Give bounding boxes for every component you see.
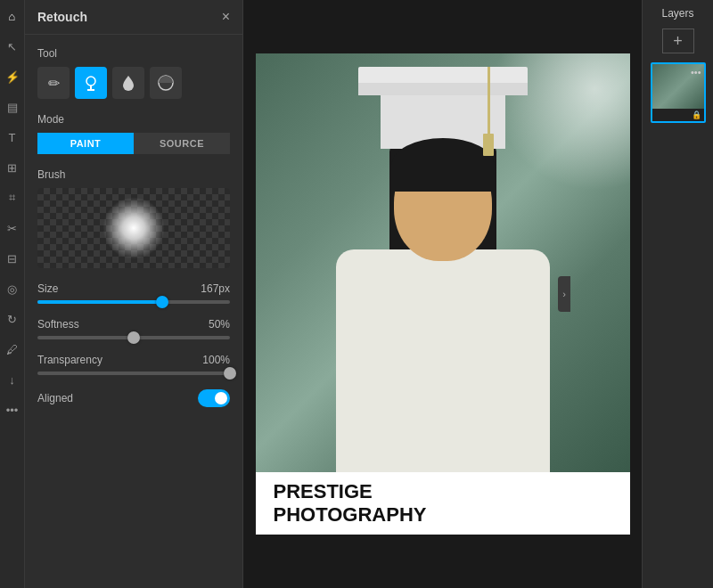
grad-tassel-end (483, 134, 494, 156)
lightning-icon[interactable]: ⚡ (4, 68, 21, 86)
more-icon[interactable]: ••• (4, 401, 21, 419)
source-mode-button[interactable]: SOURCE (134, 133, 230, 154)
panel-body: Tool ✏ (25, 35, 242, 588)
softness-slider-thumb[interactable] (127, 331, 140, 344)
transparency-slider-thumb[interactable] (224, 367, 236, 380)
grad-hair-top (391, 138, 494, 192)
rotate-icon[interactable]: ↻ (4, 310, 21, 328)
layer-thumb-bar: 🔒 (652, 109, 704, 121)
panel-title: Retouch (37, 10, 87, 24)
transparency-label: Transparency (37, 354, 102, 366)
softness-value: 50% (209, 318, 230, 331)
svg-point-0 (86, 77, 95, 86)
layers-panel-title: Layers (661, 7, 693, 20)
size-slider-fill (37, 300, 162, 304)
size-slider-thumb[interactable] (156, 296, 168, 308)
canvas-container[interactable]: PRESTIGE PHOTOGRAPHY (256, 53, 630, 535)
size-slider-header: Size 167px (37, 282, 230, 295)
paint-mode-button[interactable]: PAINT (37, 133, 134, 154)
size-value: 167px (201, 282, 230, 295)
layer-more-button[interactable]: ••• (691, 67, 701, 78)
crop-icon[interactable]: ⌗ (4, 189, 21, 207)
left-toolbar: ⌂ ↖ ⚡ ▤ T ⊞ ⌗ ✂ ⊟ ◎ ↻ 🖊 ↓ ••• (0, 0, 25, 588)
toggle-knob (215, 392, 227, 404)
adjust-icon[interactable]: ⊟ (4, 249, 21, 267)
panel-header: Retouch × (25, 0, 242, 35)
aligned-label: Aligned (37, 392, 73, 404)
graduate-figure (291, 58, 594, 472)
watermark-line1: PRESTIGE (274, 480, 373, 502)
main-canvas-area: PRESTIGE PHOTOGRAPHY › (243, 0, 642, 588)
size-slider-track[interactable] (37, 300, 230, 304)
grad-gown (336, 249, 550, 472)
grid-icon[interactable]: ⊞ (4, 159, 21, 176)
softness-slider-track[interactable] (37, 336, 230, 339)
tool-icons: ✏ (37, 67, 230, 99)
layers-panel: Layers + ••• 🔒 (642, 0, 713, 588)
transparency-slider-row: Transparency 100% (37, 354, 230, 375)
mode-label: Mode (37, 113, 230, 126)
tool-section: Tool ✏ (37, 47, 230, 99)
transparency-slider-header: Transparency 100% (37, 354, 230, 366)
transparency-value: 100% (202, 354, 230, 366)
layer-thumbnail[interactable]: ••• 🔒 (651, 62, 706, 123)
watermark-line2: PHOTOGRAPHY (274, 503, 427, 526)
arrow-icon[interactable]: ↖ (4, 37, 21, 55)
arrow-down-icon[interactable]: ↓ (4, 371, 21, 388)
circle-icon[interactable]: ◎ (4, 280, 21, 298)
layer-lock-icon: 🔒 (692, 110, 701, 119)
text-icon[interactable]: T (4, 128, 21, 146)
scissors-icon[interactable]: ✂ (4, 219, 21, 237)
size-slider-row: Size 167px (37, 282, 230, 304)
pen-icon[interactable]: 🖊 (4, 340, 21, 358)
brush-preview (37, 188, 230, 268)
tool-label: Tool (37, 47, 230, 60)
home-icon[interactable]: ⌂ (4, 7, 21, 25)
layers-icon[interactable]: ▤ (4, 98, 21, 116)
close-button[interactable]: × (222, 9, 230, 25)
mode-buttons: PAINT SOURCE (37, 133, 230, 154)
transparency-slider-track[interactable] (37, 372, 230, 375)
aligned-toggle[interactable] (198, 389, 230, 407)
brush-glow (102, 197, 165, 259)
stamp-tool-button[interactable] (75, 67, 107, 99)
canvas-watermark: PRESTIGE PHOTOGRAPHY (256, 472, 630, 535)
brush-tool-button[interactable]: ✏ (37, 67, 70, 99)
drop-tool-button[interactable] (112, 67, 144, 99)
grad-tassel (488, 67, 490, 138)
softness-label: Softness (37, 318, 79, 331)
patch-tool-button[interactable] (150, 67, 182, 99)
canvas-image (256, 53, 630, 472)
aligned-row: Aligned (37, 389, 230, 407)
brush-label: Brush (37, 168, 230, 181)
size-label: Size (37, 282, 58, 295)
watermark-text: PRESTIGE PHOTOGRAPHY (274, 480, 427, 527)
brush-section: Brush (37, 168, 230, 268)
softness-slider-header: Softness 50% (37, 318, 230, 331)
retouch-panel: Retouch × Tool ✏ (25, 0, 243, 588)
grad-cap-brim (358, 83, 528, 95)
softness-slider-row: Softness 50% (37, 318, 230, 339)
mode-section: Mode PAINT SOURCE (37, 113, 230, 154)
collapse-panel-button[interactable]: › (558, 276, 570, 312)
add-layer-button[interactable]: + (662, 29, 694, 53)
